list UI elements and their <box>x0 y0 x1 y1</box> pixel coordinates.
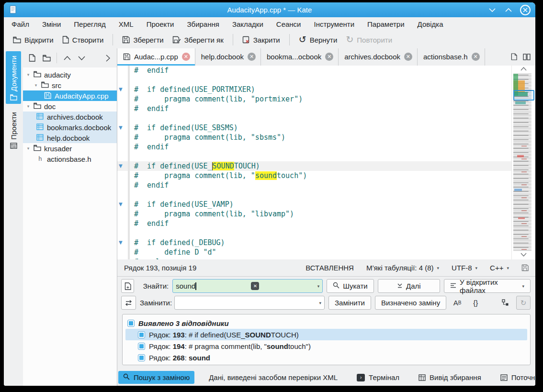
minimap[interactable] <box>513 74 534 251</box>
checkbox-checked-icon[interactable] <box>127 320 135 327</box>
save-as-button[interactable]: Зберегти як <box>168 34 228 46</box>
search-scope-dropdown[interactable]: У відкритих файлах ▾ <box>444 279 531 293</box>
tree-file-help-docbook[interactable]: help.docbook <box>23 133 117 143</box>
chevron-down-icon[interactable]: ▾ <box>26 104 31 109</box>
chevron-down-icon[interactable]: ▾ <box>26 146 31 151</box>
cursor-position[interactable]: Рядок 193, позиція 19 <box>124 264 196 272</box>
chevron-down-icon[interactable]: ▾ <box>316 301 321 305</box>
tab-mode-select[interactable]: М’які табуляції: 4 (8)▾ <box>366 264 439 272</box>
menu-sessions[interactable]: Сеанси <box>276 20 301 28</box>
replace-input[interactable]: ▾ <box>174 296 325 310</box>
toolview-xml-check[interactable]: Дані, виведені засобом перевірки XML <box>204 371 342 384</box>
previous-document-icon[interactable] <box>61 52 73 64</box>
checkbox-checked-icon[interactable] <box>138 331 145 338</box>
fold-marker-icon[interactable]: ▼ <box>119 202 123 207</box>
tree-folder-krusader[interactable]: ▾ krusader <box>23 143 117 154</box>
side-tab-documents[interactable]: Документи <box>6 51 21 104</box>
save-button[interactable]: Зберегти <box>118 34 168 46</box>
language-select[interactable]: C++▾ <box>490 264 509 272</box>
open-button[interactable]: Відкрити <box>9 34 58 46</box>
doc-folder-icon[interactable] <box>40 52 53 64</box>
chevron-down-icon[interactable]: ▾ <box>34 83 38 88</box>
session-save-icon[interactable] <box>521 264 529 271</box>
tab-help-docbook[interactable]: help.docbook ✕ <box>195 48 261 66</box>
close-document-button[interactable]: Закрити <box>238 34 284 46</box>
chevron-down-icon[interactable]: ▾ <box>26 72 31 77</box>
tab-bookmarks-docbook[interactable]: bookma...ocbook ✕ <box>261 48 339 66</box>
tree-file-bookmarks-docbook[interactable]: bookmarks.docbook <box>23 122 117 133</box>
maximize-button[interactable] <box>504 5 513 15</box>
menu-build[interactable]: Збирання <box>187 20 219 28</box>
fold-marker-icon[interactable]: ▼ <box>119 87 123 92</box>
tab-archives-docbook[interactable]: archives.docbook ✕ <box>339 48 418 66</box>
results-header[interactable]: Виявлено 3 відповідники <box>125 317 527 329</box>
undo-button[interactable]: ↺ Вернути <box>294 34 342 46</box>
toolview-search-replace[interactable]: Пошук з заміною <box>118 371 194 384</box>
toggle-replace-mode-button[interactable] <box>121 296 136 310</box>
close-tab-icon[interactable]: ✕ <box>182 53 190 61</box>
tree-folder-doc[interactable]: ▾ doc <box>23 101 117 112</box>
regex-toggle[interactable]: {} <box>468 296 483 310</box>
menu-view[interactable]: Перегляд <box>74 20 106 28</box>
tab-audacityapp-cpp[interactable]: Audac...p.cpp ✕ <box>117 48 195 66</box>
scroll-down-icon[interactable] <box>520 252 527 258</box>
tree-folder-audacity[interactable]: ▾ audacity <box>23 69 117 80</box>
redo-button[interactable]: ↻ Повторити <box>341 34 396 46</box>
close-tab-icon[interactable]: ✕ <box>325 53 333 61</box>
titlebar[interactable]: AudacityApp.cpp * — Kate <box>4 2 535 17</box>
minimize-button[interactable] <box>487 5 497 15</box>
side-tab-projects[interactable]: Проекти <box>6 108 21 152</box>
split-view-icon[interactable] <box>523 54 531 60</box>
find-next-button[interactable]: Далі <box>378 279 440 293</box>
chevron-down-icon[interactable]: ▾ <box>315 284 320 289</box>
menu-tools[interactable]: Інструменти <box>314 20 355 28</box>
menu-settings[interactable]: Параметри <box>367 20 405 28</box>
menu-help[interactable]: Довідка <box>418 20 443 28</box>
menu-edit[interactable]: Зміни <box>42 20 61 28</box>
menu-bookmarks[interactable]: Закладки <box>232 20 263 28</box>
doc-new-icon[interactable] <box>26 52 38 64</box>
menu-file[interactable]: Файл <box>11 20 29 28</box>
search-results-list[interactable]: Виявлено 3 відповідники Рядок: 193: # if… <box>122 314 531 365</box>
find-input[interactable]: sound ✕ ▾ <box>172 279 323 293</box>
checkbox-checked-icon[interactable] <box>138 343 145 350</box>
result-row[interactable]: Рядок: 268: sound <box>125 352 527 363</box>
encoding-select[interactable]: UTF-8▾ <box>452 264 477 272</box>
menu-projects[interactable]: Проекти <box>147 20 174 28</box>
toolview-current-project[interactable]: Поточний проект <box>496 371 535 384</box>
fold-marker-icon[interactable]: ▼ <box>119 240 123 245</box>
close-tab-icon[interactable]: ✕ <box>248 53 256 61</box>
result-row[interactable]: Рядок: 194: # pragma comment(lib, "sound… <box>125 340 527 352</box>
fold-marker-icon[interactable]: ▼ <box>119 163 123 168</box>
new-tab-icon[interactable] <box>511 53 517 60</box>
code-area[interactable]: # endif ▼# if defined(USE_PORTMIXER) # p… <box>117 66 511 259</box>
menu-xml[interactable]: XML <box>119 20 134 28</box>
tree-file-archives-docbook[interactable]: archives.docbook <box>23 112 117 122</box>
close-tab-icon[interactable]: ✕ <box>472 53 480 61</box>
match-case-toggle[interactable]: AB <box>450 296 464 310</box>
tab-actionsbase-h[interactable]: actionsbase.h ✕ <box>418 48 485 66</box>
minimap-scrollbar[interactable] <box>511 66 535 259</box>
close-button[interactable] <box>520 5 531 15</box>
next-document-icon[interactable] <box>75 52 88 64</box>
expand-panel-icon[interactable] <box>102 52 114 64</box>
close-tab-icon[interactable]: ✕ <box>404 53 412 61</box>
new-search-tab-button[interactable] <box>121 279 134 293</box>
toolview-build-output[interactable]: Вивід збирання <box>414 371 486 384</box>
clear-text-icon[interactable]: ✕ <box>251 282 259 290</box>
toolview-terminal[interactable]: › Термінал <box>352 371 404 384</box>
tree-file-audacityapp-cpp[interactable]: AudacityApp.cpp <box>23 90 117 101</box>
scroll-up-icon[interactable] <box>520 67 527 73</box>
tree-file-actionsbase-h[interactable]: h actionsbase.h <box>23 154 117 164</box>
input-mode[interactable]: ВСТАВЛЕННЯ <box>305 264 354 272</box>
code-editor[interactable]: # endif ▼# if defined(USE_PORTMIXER) # p… <box>117 66 535 259</box>
refresh-search-button[interactable]: ↻ <box>516 296 531 310</box>
new-document-button[interactable]: Створити <box>58 34 108 46</box>
expand-results-icon[interactable] <box>498 296 512 310</box>
checkbox-checked-icon[interactable] <box>138 354 145 361</box>
current-line[interactable]: ▼ # if defined(USE_SOUNDTOUCH) <box>117 161 511 171</box>
replace-checked-button[interactable]: Визначено заміну <box>375 296 446 310</box>
result-row[interactable]: Рядок: 193: # if defined(USE_SOUNDTOUCH) <box>125 329 527 340</box>
minimap-viewport[interactable] <box>513 90 534 101</box>
find-button[interactable]: Шукати <box>327 279 373 293</box>
